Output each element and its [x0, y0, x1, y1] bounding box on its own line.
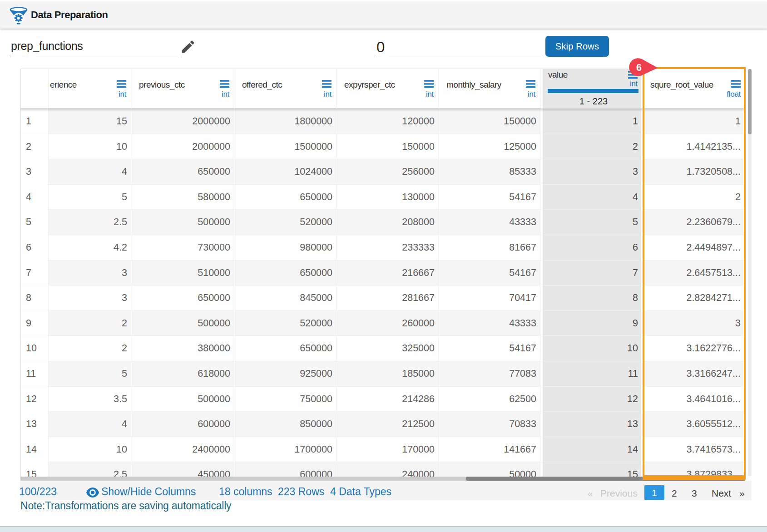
svg-text:6: 6: [636, 62, 642, 73]
